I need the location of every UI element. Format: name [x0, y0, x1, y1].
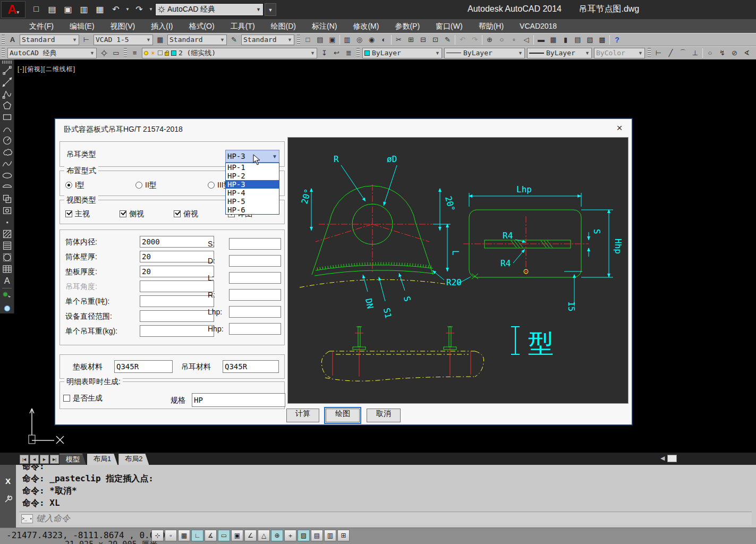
- dim-aligned-icon[interactable]: ╱: [665, 47, 677, 58]
- toolbar-grip[interactable]: [297, 35, 300, 45]
- arc-icon[interactable]: [2, 123, 13, 134]
- undo-dropdown-icon[interactable]: ▼: [125, 7, 130, 12]
- rectangle-icon[interactable]: [2, 112, 13, 123]
- menu-tools[interactable]: 工具(T): [223, 19, 263, 33]
- menu-dimension[interactable]: 标注(N): [304, 19, 345, 33]
- checkbox-icon[interactable]: [120, 210, 126, 217]
- properties-icon[interactable]: ▬: [535, 34, 547, 45]
- radio-type-2[interactable]: II型: [135, 181, 157, 190]
- snap-mode-icon[interactable]: ▫: [165, 530, 177, 541]
- dim-ordinate-icon[interactable]: ⊥: [689, 47, 701, 58]
- polar-tracking-icon[interactable]: ∡: [205, 530, 217, 541]
- toolbar-grip[interactable]: [2, 35, 5, 45]
- menu-parametric[interactable]: 参数(P): [387, 19, 428, 33]
- menu-view[interactable]: 视图(V): [103, 19, 143, 33]
- cancel-button[interactable]: 取消: [367, 409, 401, 422]
- wrench-icon[interactable]: [4, 495, 12, 504]
- match-properties-icon[interactable]: ✎: [441, 34, 454, 45]
- workspace-switcher[interactable]: AutoCAD 经典 ▼: [155, 3, 264, 16]
- option-hp4[interactable]: HP-4: [226, 189, 279, 197]
- command-input-row[interactable]: >_ ▾ 键入命令: [19, 512, 752, 525]
- text-style-icon[interactable]: A: [6, 34, 19, 45]
- checkbox-front-view[interactable]: 主视: [65, 209, 90, 219]
- single-load-input[interactable]: [140, 295, 214, 307]
- lhp-input[interactable]: [229, 306, 281, 318]
- paste-special-icon[interactable]: ⊡: [429, 34, 441, 45]
- dim-jogged-icon[interactable]: ↯: [716, 47, 728, 58]
- save-icon[interactable]: ▣: [62, 3, 74, 15]
- layer-combo[interactable]: ☀ 2 (细实线) ▼: [142, 48, 317, 58]
- coordinate-readout[interactable]: -21477.4323, -8111.8674 , 0.0000: [6, 530, 170, 540]
- workspaces-combo[interactable]: AutoCAD 经典▼: [7, 48, 97, 58]
- toolbar-grip[interactable]: [648, 48, 651, 58]
- zoom-window-icon[interactable]: ▫: [508, 34, 520, 45]
- new-icon[interactable]: □: [30, 3, 43, 15]
- polygon-icon[interactable]: [2, 100, 13, 111]
- toolbar-grip[interactable]: [2, 61, 12, 64]
- quick-calc-icon[interactable]: ▩: [596, 34, 608, 45]
- wall-thickness-input[interactable]: [140, 251, 214, 262]
- table-icon[interactable]: [2, 264, 13, 275]
- object-snap-tracking-icon[interactable]: ∠: [244, 530, 257, 541]
- l-input[interactable]: [229, 272, 281, 284]
- lug-material-input[interactable]: [223, 360, 279, 373]
- lug-type-dropdown-list[interactable]: HP-1 HP-2 HP-3 HP-4 HP-5 HP-6: [225, 163, 279, 215]
- point-icon[interactable]: [2, 217, 13, 228]
- revision-cloud-icon[interactable]: [2, 147, 13, 158]
- hhp-input[interactable]: [229, 323, 281, 335]
- selection-cycling-icon[interactable]: ▥: [324, 530, 336, 541]
- menu-vcad2018[interactable]: VCAD2018: [512, 19, 565, 33]
- construction-line-icon[interactable]: [2, 76, 13, 88]
- pad-thickness-input[interactable]: [140, 266, 214, 277]
- object-snap-icon[interactable]: ▭: [218, 530, 230, 541]
- layer-properties-manager-icon[interactable]: ≡: [129, 47, 141, 58]
- table-style-icon[interactable]: ▦: [154, 34, 166, 45]
- ortho-mode-icon[interactable]: ∟: [191, 530, 203, 541]
- menu-format[interactable]: 格式(O): [181, 19, 222, 33]
- radio-icon[interactable]: [208, 182, 215, 189]
- command-prompt-icon[interactable]: >_ ▾: [21, 514, 33, 523]
- hscroll-thumb[interactable]: [667, 455, 677, 462]
- radio-icon[interactable]: [135, 182, 142, 189]
- menu-insert[interactable]: 插入(I): [143, 19, 181, 33]
- checkbox-icon[interactable]: [63, 395, 70, 402]
- make-object-layer-current-icon[interactable]: ↧: [318, 47, 330, 58]
- diameter-range-input[interactable]: [140, 310, 214, 322]
- dynamic-ucs-icon[interactable]: △: [258, 530, 270, 541]
- zoom-realtime-icon[interactable]: ○: [496, 34, 508, 45]
- menu-window[interactable]: 窗口(W): [428, 19, 471, 33]
- insert-block-icon[interactable]: [2, 193, 13, 205]
- layer-previous-icon[interactable]: ↩: [330, 47, 343, 58]
- plot-preview-icon[interactable]: ◎: [353, 34, 366, 45]
- ellipse-arc-icon[interactable]: [2, 182, 13, 193]
- circle-icon[interactable]: [2, 135, 13, 146]
- toolbar-grip[interactable]: [124, 48, 127, 58]
- dim-linear-icon[interactable]: ⊢: [652, 47, 665, 58]
- menu-file[interactable]: 文件(F): [21, 19, 62, 33]
- close-icon[interactable]: ×: [614, 122, 625, 134]
- tab-layout1[interactable]: 布局1: [87, 454, 117, 465]
- redo-dropdown-icon[interactable]: ▼: [149, 7, 153, 12]
- help-icon[interactable]: ?: [611, 34, 623, 45]
- command-history[interactable]: 命令: 命令: _pasteclip 指定插入点: 命令: *取消* 命令: X…: [16, 465, 756, 528]
- vcad-point-tool-icon[interactable]: [2, 291, 13, 302]
- new-icon[interactable]: □: [302, 34, 314, 45]
- application-menu-button[interactable]: A▾: [1, 1, 26, 18]
- tab-layout2[interactable]: 布局2: [118, 454, 149, 465]
- tab-model[interactable]: 模型: [60, 454, 86, 465]
- toolbar-overflow-button[interactable]: ▼: [265, 3, 276, 16]
- 3d-dwf-icon[interactable]: ◐: [378, 34, 390, 45]
- make-block-icon[interactable]: [2, 205, 13, 216]
- quick-properties-icon[interactable]: ▤: [311, 530, 323, 541]
- command-window[interactable]: X 命令: 命令: _pasteclip 指定插入点: 命令: *取消* 命令:…: [0, 465, 756, 528]
- workspace-settings-icon[interactable]: [98, 47, 110, 58]
- plot-icon[interactable]: ▦: [94, 3, 106, 15]
- transparency-icon[interactable]: ▨: [298, 530, 310, 541]
- command-input-placeholder[interactable]: 键入命令: [36, 513, 70, 524]
- radio-icon[interactable]: [65, 182, 72, 189]
- next-tab-icon[interactable]: ▶: [40, 455, 49, 464]
- publish-icon[interactable]: ◉: [366, 34, 378, 45]
- multiline-text-icon[interactable]: A: [2, 275, 13, 286]
- drawing-canvas[interactable]: [-][俯视][二维线框] A: [0, 60, 756, 453]
- lineweight-display-icon[interactable]: ＋: [284, 530, 296, 541]
